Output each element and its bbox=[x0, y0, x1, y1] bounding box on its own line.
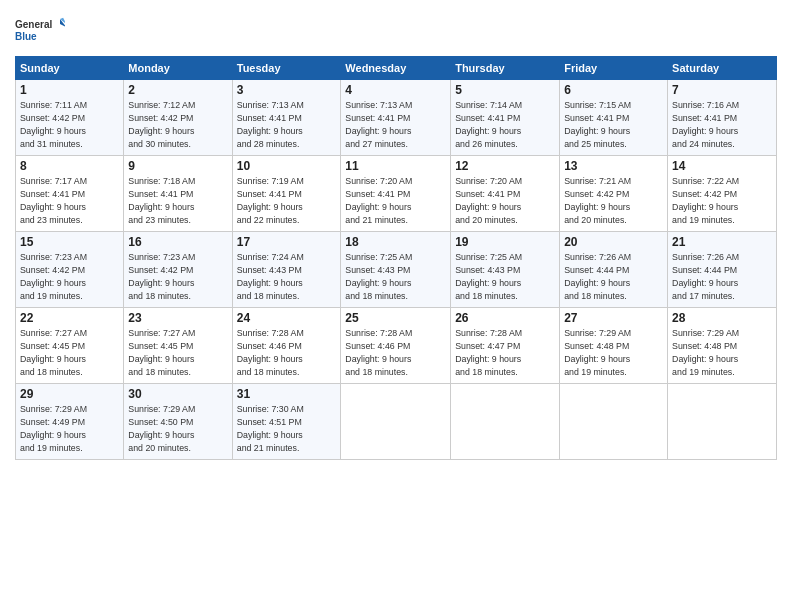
day-number: 15 bbox=[20, 235, 119, 249]
day-info: Sunrise: 7:18 AM Sunset: 4:41 PM Dayligh… bbox=[128, 176, 195, 225]
table-cell-empty bbox=[341, 384, 451, 460]
day-number: 29 bbox=[20, 387, 119, 401]
table-cell-4: 4Sunrise: 7:13 AM Sunset: 4:41 PM Daylig… bbox=[341, 80, 451, 156]
table-cell-30: 30Sunrise: 7:29 AM Sunset: 4:50 PM Dayli… bbox=[124, 384, 232, 460]
table-cell-15: 15Sunrise: 7:23 AM Sunset: 4:42 PM Dayli… bbox=[16, 232, 124, 308]
table-cell-13: 13Sunrise: 7:21 AM Sunset: 4:42 PM Dayli… bbox=[560, 156, 668, 232]
day-number: 24 bbox=[237, 311, 337, 325]
day-info: Sunrise: 7:23 AM Sunset: 4:42 PM Dayligh… bbox=[20, 252, 87, 301]
day-info: Sunrise: 7:29 AM Sunset: 4:49 PM Dayligh… bbox=[20, 404, 87, 453]
day-number: 25 bbox=[345, 311, 446, 325]
day-info: Sunrise: 7:29 AM Sunset: 4:48 PM Dayligh… bbox=[672, 328, 739, 377]
svg-text:Blue: Blue bbox=[15, 31, 37, 42]
day-number: 12 bbox=[455, 159, 555, 173]
day-info: Sunrise: 7:22 AM Sunset: 4:42 PM Dayligh… bbox=[672, 176, 739, 225]
header: General Blue bbox=[15, 10, 777, 50]
day-info: Sunrise: 7:26 AM Sunset: 4:44 PM Dayligh… bbox=[672, 252, 739, 301]
table-cell-21: 21Sunrise: 7:26 AM Sunset: 4:44 PM Dayli… bbox=[668, 232, 777, 308]
table-cell-29: 29Sunrise: 7:29 AM Sunset: 4:49 PM Dayli… bbox=[16, 384, 124, 460]
day-number: 28 bbox=[672, 311, 772, 325]
table-cell-22: 22Sunrise: 7:27 AM Sunset: 4:45 PM Dayli… bbox=[16, 308, 124, 384]
day-number: 18 bbox=[345, 235, 446, 249]
day-number: 23 bbox=[128, 311, 227, 325]
col-header-wednesday: Wednesday bbox=[341, 57, 451, 80]
day-number: 11 bbox=[345, 159, 446, 173]
day-number: 26 bbox=[455, 311, 555, 325]
table-cell-8: 8Sunrise: 7:17 AM Sunset: 4:41 PM Daylig… bbox=[16, 156, 124, 232]
table-cell-18: 18Sunrise: 7:25 AM Sunset: 4:43 PM Dayli… bbox=[341, 232, 451, 308]
day-number: 22 bbox=[20, 311, 119, 325]
table-cell-11: 11Sunrise: 7:20 AM Sunset: 4:41 PM Dayli… bbox=[341, 156, 451, 232]
day-info: Sunrise: 7:11 AM Sunset: 4:42 PM Dayligh… bbox=[20, 100, 87, 149]
day-info: Sunrise: 7:13 AM Sunset: 4:41 PM Dayligh… bbox=[345, 100, 412, 149]
week-row-5: 29Sunrise: 7:29 AM Sunset: 4:49 PM Dayli… bbox=[16, 384, 777, 460]
day-info: Sunrise: 7:20 AM Sunset: 4:41 PM Dayligh… bbox=[345, 176, 412, 225]
table-cell-2: 2Sunrise: 7:12 AM Sunset: 4:42 PM Daylig… bbox=[124, 80, 232, 156]
day-number: 13 bbox=[564, 159, 663, 173]
day-info: Sunrise: 7:13 AM Sunset: 4:41 PM Dayligh… bbox=[237, 100, 304, 149]
week-row-2: 8Sunrise: 7:17 AM Sunset: 4:41 PM Daylig… bbox=[16, 156, 777, 232]
col-header-sunday: Sunday bbox=[16, 57, 124, 80]
table-cell-14: 14Sunrise: 7:22 AM Sunset: 4:42 PM Dayli… bbox=[668, 156, 777, 232]
day-info: Sunrise: 7:25 AM Sunset: 4:43 PM Dayligh… bbox=[455, 252, 522, 301]
table-cell-1: 1Sunrise: 7:11 AM Sunset: 4:42 PM Daylig… bbox=[16, 80, 124, 156]
table-cell-31: 31Sunrise: 7:30 AM Sunset: 4:51 PM Dayli… bbox=[232, 384, 341, 460]
day-number: 2 bbox=[128, 83, 227, 97]
day-number: 21 bbox=[672, 235, 772, 249]
col-header-friday: Friday bbox=[560, 57, 668, 80]
day-info: Sunrise: 7:14 AM Sunset: 4:41 PM Dayligh… bbox=[455, 100, 522, 149]
day-info: Sunrise: 7:28 AM Sunset: 4:46 PM Dayligh… bbox=[345, 328, 412, 377]
table-cell-12: 12Sunrise: 7:20 AM Sunset: 4:41 PM Dayli… bbox=[451, 156, 560, 232]
day-number: 4 bbox=[345, 83, 446, 97]
day-info: Sunrise: 7:24 AM Sunset: 4:43 PM Dayligh… bbox=[237, 252, 304, 301]
logo-svg: General Blue bbox=[15, 10, 65, 50]
table-cell-17: 17Sunrise: 7:24 AM Sunset: 4:43 PM Dayli… bbox=[232, 232, 341, 308]
day-number: 16 bbox=[128, 235, 227, 249]
day-number: 3 bbox=[237, 83, 337, 97]
table-cell-27: 27Sunrise: 7:29 AM Sunset: 4:48 PM Dayli… bbox=[560, 308, 668, 384]
day-number: 17 bbox=[237, 235, 337, 249]
calendar-table: SundayMondayTuesdayWednesdayThursdayFrid… bbox=[15, 56, 777, 460]
day-number: 20 bbox=[564, 235, 663, 249]
day-info: Sunrise: 7:21 AM Sunset: 4:42 PM Dayligh… bbox=[564, 176, 631, 225]
table-cell-26: 26Sunrise: 7:28 AM Sunset: 4:47 PM Dayli… bbox=[451, 308, 560, 384]
day-info: Sunrise: 7:19 AM Sunset: 4:41 PM Dayligh… bbox=[237, 176, 304, 225]
table-cell-23: 23Sunrise: 7:27 AM Sunset: 4:45 PM Dayli… bbox=[124, 308, 232, 384]
table-cell-16: 16Sunrise: 7:23 AM Sunset: 4:42 PM Dayli… bbox=[124, 232, 232, 308]
table-cell-19: 19Sunrise: 7:25 AM Sunset: 4:43 PM Dayli… bbox=[451, 232, 560, 308]
table-cell-24: 24Sunrise: 7:28 AM Sunset: 4:46 PM Dayli… bbox=[232, 308, 341, 384]
table-cell-25: 25Sunrise: 7:28 AM Sunset: 4:46 PM Dayli… bbox=[341, 308, 451, 384]
header-row: SundayMondayTuesdayWednesdayThursdayFrid… bbox=[16, 57, 777, 80]
day-info: Sunrise: 7:27 AM Sunset: 4:45 PM Dayligh… bbox=[128, 328, 195, 377]
day-number: 9 bbox=[128, 159, 227, 173]
day-info: Sunrise: 7:26 AM Sunset: 4:44 PM Dayligh… bbox=[564, 252, 631, 301]
day-number: 27 bbox=[564, 311, 663, 325]
table-cell-empty bbox=[560, 384, 668, 460]
table-cell-empty bbox=[451, 384, 560, 460]
col-header-monday: Monday bbox=[124, 57, 232, 80]
day-number: 1 bbox=[20, 83, 119, 97]
day-info: Sunrise: 7:27 AM Sunset: 4:45 PM Dayligh… bbox=[20, 328, 87, 377]
day-info: Sunrise: 7:23 AM Sunset: 4:42 PM Dayligh… bbox=[128, 252, 195, 301]
week-row-3: 15Sunrise: 7:23 AM Sunset: 4:42 PM Dayli… bbox=[16, 232, 777, 308]
col-header-thursday: Thursday bbox=[451, 57, 560, 80]
day-number: 5 bbox=[455, 83, 555, 97]
day-number: 31 bbox=[237, 387, 337, 401]
day-info: Sunrise: 7:30 AM Sunset: 4:51 PM Dayligh… bbox=[237, 404, 304, 453]
main-container: General Blue SundayMondayTuesdayWednesda… bbox=[0, 0, 792, 470]
table-cell-20: 20Sunrise: 7:26 AM Sunset: 4:44 PM Dayli… bbox=[560, 232, 668, 308]
svg-text:General: General bbox=[15, 19, 52, 30]
table-cell-10: 10Sunrise: 7:19 AM Sunset: 4:41 PM Dayli… bbox=[232, 156, 341, 232]
table-cell-3: 3Sunrise: 7:13 AM Sunset: 4:41 PM Daylig… bbox=[232, 80, 341, 156]
day-number: 30 bbox=[128, 387, 227, 401]
col-header-tuesday: Tuesday bbox=[232, 57, 341, 80]
day-info: Sunrise: 7:25 AM Sunset: 4:43 PM Dayligh… bbox=[345, 252, 412, 301]
table-cell-9: 9Sunrise: 7:18 AM Sunset: 4:41 PM Daylig… bbox=[124, 156, 232, 232]
day-number: 19 bbox=[455, 235, 555, 249]
day-info: Sunrise: 7:20 AM Sunset: 4:41 PM Dayligh… bbox=[455, 176, 522, 225]
table-cell-28: 28Sunrise: 7:29 AM Sunset: 4:48 PM Dayli… bbox=[668, 308, 777, 384]
week-row-4: 22Sunrise: 7:27 AM Sunset: 4:45 PM Dayli… bbox=[16, 308, 777, 384]
day-number: 7 bbox=[672, 83, 772, 97]
day-number: 14 bbox=[672, 159, 772, 173]
table-cell-5: 5Sunrise: 7:14 AM Sunset: 4:41 PM Daylig… bbox=[451, 80, 560, 156]
